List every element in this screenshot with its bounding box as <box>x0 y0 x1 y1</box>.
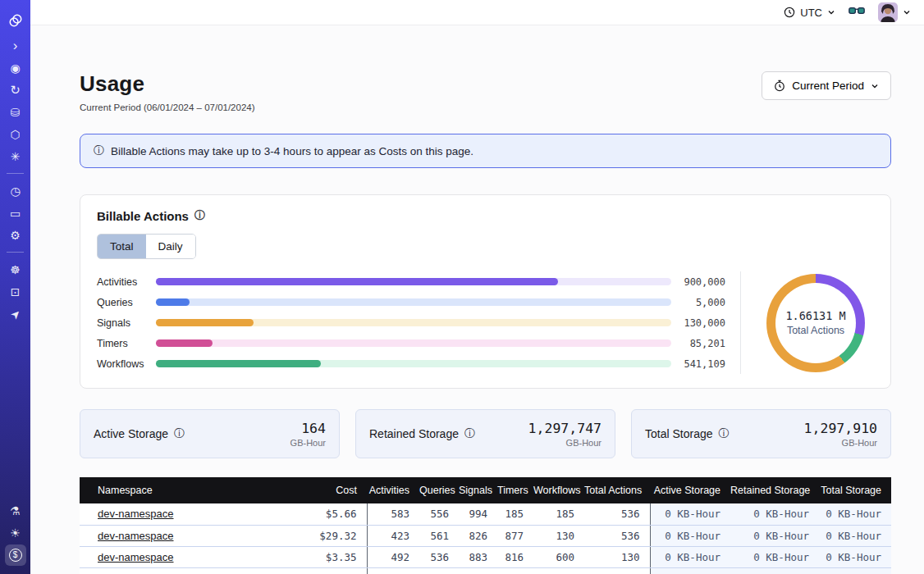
glasses-icon[interactable] <box>849 5 865 20</box>
bar-label: Activities <box>97 276 156 288</box>
bar-value: 541,109 <box>671 358 725 370</box>
bar-row-queries: Queries 5,000 <box>97 292 725 312</box>
nexus-icon[interactable]: ✳ <box>0 145 30 167</box>
retained-storage-cell <box>730 567 819 574</box>
info-icon[interactable]: ⓘ <box>464 426 475 441</box>
col-header-workflows: Workflows <box>533 477 584 503</box>
billable-actions-bar-chart: Activities 900,000 Queries 5,000 Signals… <box>97 271 740 374</box>
total-storage-label: Total Storage <box>645 427 713 440</box>
chevron-down-icon <box>903 8 911 16</box>
namespace-usage-table: Namespace Cost Activities Queries Signal… <box>80 477 891 574</box>
retained-storage-cell: 0 KB-Hour <box>730 546 819 567</box>
col-header-timers: Timers <box>497 477 533 503</box>
namespace-link[interactable]: dev-namespace <box>98 508 174 520</box>
retained-storage-card: Retained Storage ⓘ 1,297,747 GB-Hour <box>355 409 615 458</box>
theme-sun-icon[interactable]: ☀ <box>0 522 30 544</box>
timezone-selector[interactable]: UTC <box>784 7 835 19</box>
active-storage-card: Active Storage ⓘ 164 GB-Hour <box>80 409 340 458</box>
workflows-icon[interactable]: ⬡ <box>0 123 30 145</box>
table-row: dev-namespace $3.35 492 536 883 816 600 … <box>80 546 891 567</box>
info-icon: ⓘ <box>94 144 104 158</box>
bar-value: 900,000 <box>671 276 725 288</box>
active-storage-cell: 0 KB-Hour <box>650 503 730 525</box>
bar-value: 130,000 <box>671 317 725 329</box>
cost-cell: $5.66 <box>290 503 367 525</box>
info-icon[interactable]: ⓘ <box>174 426 185 441</box>
info-icon[interactable]: ⓘ <box>719 426 730 441</box>
bar-track <box>156 360 671 367</box>
tab-total[interactable]: Total <box>98 235 146 258</box>
donut-chart: 1.66131 M Total Actions <box>766 274 865 372</box>
sidebar-collapse-chevron-right-icon[interactable]: › <box>0 34 30 57</box>
bar-label: Workflows <box>97 358 156 370</box>
namespaces-icon[interactable]: ◉ <box>0 57 30 79</box>
schedules-icon[interactable]: ↻ <box>0 79 30 101</box>
cost-cell <box>290 567 367 574</box>
total-storage-cell: 0 KB-Hour <box>819 546 891 567</box>
col-header-active-storage: Active Storage <box>650 477 730 503</box>
col-header-total-storage: Total Storage <box>819 477 891 503</box>
table-header-row: Namespace Cost Activities Queries Signal… <box>80 477 891 503</box>
sidebar-divider <box>7 173 24 174</box>
stopwatch-icon <box>774 80 785 92</box>
deployments-icon[interactable]: ⛁ <box>0 101 30 123</box>
billing-icon[interactable]: ▭ <box>0 202 30 224</box>
queries-cell <box>419 567 459 574</box>
user-menu[interactable] <box>878 2 911 22</box>
workflows-cell: 185 <box>533 503 584 525</box>
bar-fill <box>156 339 213 347</box>
signals-cell: 883 <box>459 546 497 567</box>
bar-row-activities: Activities 900,000 <box>97 271 725 292</box>
signals-cell <box>459 567 497 574</box>
labs-flask-icon[interactable]: ⚗ <box>0 499 30 522</box>
activities-cell <box>367 567 419 574</box>
chevron-down-icon <box>827 8 835 16</box>
col-header-activities: Activities <box>367 477 419 503</box>
retained-storage-unit: GB-Hour <box>528 438 602 448</box>
bar-value: 85,201 <box>671 338 725 349</box>
bar-label: Queries <box>97 297 156 308</box>
col-header-cost: Cost <box>290 477 367 503</box>
feedback-icon[interactable]: ⊡ <box>0 280 30 303</box>
retained-storage-cell: 0 KB-Hour <box>730 503 819 525</box>
info-banner: ⓘ Billable Actions may take up to 3-4 ho… <box>80 134 891 168</box>
cost-cell: $3.35 <box>290 546 367 567</box>
info-banner-text: Billable Actions may take up to 3-4 hour… <box>111 145 473 157</box>
temporal-logo-icon[interactable] <box>0 7 30 34</box>
billable-view-tabs: Total Daily <box>97 234 196 259</box>
usage-billing-dollar-icon[interactable]: $ <box>0 544 30 566</box>
col-header-queries: Queries <box>419 477 459 503</box>
total-storage-cell: 0 KB-Hour <box>819 503 891 525</box>
bar-row-signals: Signals 130,000 <box>97 312 725 333</box>
period-selector-button[interactable]: Current Period <box>762 71 891 100</box>
table-row-partial: dev-namespace <box>80 567 891 574</box>
donut-total-label: Total Actions <box>787 325 844 336</box>
table-row: dev-namespace $5.66 583 556 994 185 185 … <box>80 503 891 525</box>
namespace-link[interactable]: dev-namespace <box>98 530 174 542</box>
col-header-total-actions: Total Actions <box>584 477 650 503</box>
total-storage-cell <box>819 567 891 574</box>
info-icon[interactable]: ⓘ <box>194 208 205 223</box>
support-icon[interactable]: ☸ <box>0 258 30 280</box>
getting-started-rocket-icon[interactable]: ➤ <box>0 303 30 325</box>
workflows-cell: 130 <box>533 525 584 546</box>
queries-cell: 561 <box>419 525 459 546</box>
timezone-label: UTC <box>800 7 822 19</box>
billable-actions-card: Billable Actions ⓘ Total Daily Activitie… <box>80 194 891 389</box>
bar-track <box>156 278 671 285</box>
cost-cell: $29.32 <box>290 525 367 546</box>
activities-cell: 583 <box>367 503 419 525</box>
period-selector-label: Current Period <box>792 80 864 92</box>
timers-cell: 185 <box>497 503 533 525</box>
page-header: Usage Current Period (06/01/2024 – 07/01… <box>80 71 891 112</box>
bar-track <box>156 339 671 347</box>
active-storage-cell <box>650 567 730 574</box>
namespace-link[interactable]: dev-namespace <box>98 551 174 563</box>
main-content: Usage Current Period (06/01/2024 – 07/01… <box>30 25 924 574</box>
bar-label: Signals <box>97 317 156 329</box>
retained-storage-cell: 0 KB-Hour <box>730 525 819 546</box>
settings-icon[interactable]: ⚙ <box>0 224 30 246</box>
timers-cell: 877 <box>497 525 533 546</box>
tab-daily[interactable]: Daily <box>146 235 195 258</box>
usage-icon[interactable]: ◷ <box>0 180 30 202</box>
